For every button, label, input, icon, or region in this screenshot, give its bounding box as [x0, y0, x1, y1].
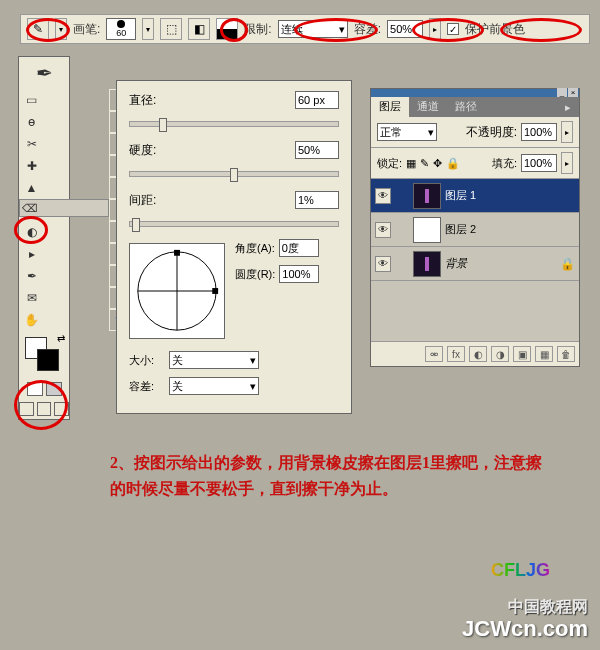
- lasso-tool-icon[interactable]: ɵ: [19, 111, 44, 133]
- trash-icon[interactable]: 🗑: [557, 346, 575, 362]
- screenmode-3-icon[interactable]: [54, 402, 69, 416]
- protect-fg-label: 保护前景色: [465, 21, 525, 38]
- hand-tool-icon[interactable]: ✋: [19, 309, 44, 331]
- screenmode-2-icon[interactable]: [37, 402, 52, 416]
- opacity-arrow[interactable]: ▸: [561, 121, 573, 143]
- brush-label: 画笔:: [73, 21, 100, 38]
- fx-icon[interactable]: fx: [447, 346, 465, 362]
- tolerance-label: 容差:: [354, 21, 381, 38]
- quickmask-mode-icon[interactable]: [46, 382, 62, 396]
- watermark-url: JCWcn.com: [462, 616, 588, 642]
- tool-preset-icon[interactable]: ✎: [27, 18, 49, 40]
- hardness-input[interactable]: [295, 141, 339, 159]
- opacity-input[interactable]: [521, 123, 557, 141]
- tab-channels[interactable]: 通道: [409, 96, 447, 117]
- layer-row[interactable]: 👁 背景 🔒: [371, 247, 579, 281]
- hardness-label: 硬度:: [129, 142, 165, 159]
- folder-icon[interactable]: ▣: [513, 346, 531, 362]
- brush-dropdown[interactable]: ▾: [142, 18, 154, 40]
- fill-arrow[interactable]: ▸: [561, 152, 573, 174]
- layer-thumbnail[interactable]: [413, 183, 441, 209]
- tab-paths[interactable]: 路径: [447, 96, 485, 117]
- tol-control-select[interactable]: 关▾: [169, 377, 259, 395]
- crop-tool-icon[interactable]: ✂: [19, 133, 44, 155]
- layer-row[interactable]: 👁 图层 2: [371, 213, 579, 247]
- lock-icon: 🔒: [560, 257, 575, 271]
- lock-transparent-icon[interactable]: ▦: [406, 157, 416, 170]
- healing-tool-icon[interactable]: ✚: [19, 155, 44, 177]
- minimize-icon[interactable]: _: [557, 88, 567, 97]
- bg-eraser-tool-icon[interactable]: ⌫: [19, 199, 109, 217]
- fill-label: 填充:: [492, 156, 517, 171]
- limit-label: 限制:: [244, 21, 271, 38]
- brush-settings-panel: 直径: 硬度: 间距: 角度(A): 圆度(R): 大小: 关▾: [116, 80, 352, 414]
- tolerance-input[interactable]: [387, 20, 423, 38]
- visibility-icon[interactable]: 👁: [375, 222, 391, 238]
- layer-name[interactable]: 图层 2: [445, 222, 476, 237]
- pen-tool-icon[interactable]: ✒: [19, 265, 44, 287]
- quickmask-row: [19, 379, 69, 399]
- close-icon[interactable]: ×: [568, 88, 578, 97]
- link-icon[interactable]: ⚮: [425, 346, 443, 362]
- spacing-input[interactable]: [295, 191, 339, 209]
- tolerance-arrow[interactable]: ▸: [429, 18, 441, 40]
- layers-panel: _× 图层 通道 路径 ▸ 正常▾ 不透明度: ▸ 锁定: ▦ ✎ ✥ 🔒 填充…: [370, 88, 580, 367]
- fill-input[interactable]: [521, 154, 557, 172]
- notes-tool-icon[interactable]: ✉: [19, 287, 44, 309]
- screenmode-1-icon[interactable]: [19, 402, 34, 416]
- angle-input[interactable]: [279, 239, 319, 257]
- sampling-continuous-icon[interactable]: ⬚: [160, 18, 182, 40]
- diameter-label: 直径:: [129, 92, 165, 109]
- lock-position-icon[interactable]: ✥: [433, 157, 442, 170]
- brush-angle-preview[interactable]: [129, 243, 225, 339]
- limit-select[interactable]: 连续▾: [278, 20, 348, 38]
- panel-menu-icon[interactable]: ▸: [557, 98, 579, 117]
- layer-thumbnail[interactable]: [413, 251, 441, 277]
- layer-name[interactable]: 背景: [445, 256, 467, 271]
- blend-mode-select[interactable]: 正常▾: [377, 123, 437, 141]
- hardness-slider[interactable]: [129, 171, 339, 177]
- lock-pixels-icon[interactable]: ✎: [420, 157, 429, 170]
- lock-label: 锁定:: [377, 156, 402, 171]
- visibility-icon[interactable]: 👁: [375, 256, 391, 272]
- diameter-input[interactable]: [295, 91, 339, 109]
- layer-row[interactable]: 👁 图层 1: [371, 179, 579, 213]
- screenmode-row: [19, 399, 69, 419]
- standard-mode-icon[interactable]: [27, 382, 43, 396]
- blur-tool-icon[interactable]: ◐: [19, 221, 44, 243]
- layer-name[interactable]: 图层 1: [445, 188, 476, 203]
- swap-colors-icon[interactable]: ⇄: [57, 333, 65, 344]
- mask-icon[interactable]: ◐: [469, 346, 487, 362]
- watermark-cn: 中国教程网: [508, 597, 588, 618]
- protect-fg-checkbox[interactable]: ✓: [447, 23, 459, 35]
- visibility-icon[interactable]: 👁: [375, 188, 391, 204]
- marquee-tool-icon[interactable]: ▭: [19, 89, 44, 111]
- layer-thumbnail[interactable]: [413, 217, 441, 243]
- panel-tabs: 图层 通道 路径 ▸: [371, 97, 579, 117]
- tol-control-label: 容差:: [129, 379, 165, 394]
- tab-layers[interactable]: 图层: [371, 96, 409, 117]
- path-tool-icon[interactable]: ▸: [19, 243, 44, 265]
- sampling-swatch-icon[interactable]: [216, 18, 238, 40]
- svg-rect-3: [212, 288, 218, 294]
- lock-all-icon[interactable]: 🔒: [446, 157, 460, 170]
- background-color[interactable]: [37, 349, 59, 371]
- diameter-slider[interactable]: [129, 121, 339, 127]
- panel-titlebar[interactable]: _×: [371, 89, 579, 97]
- sampling-once-icon[interactable]: ◧: [188, 18, 210, 40]
- adjust-icon[interactable]: ◑: [491, 346, 509, 362]
- opacity-label: 不透明度:: [466, 124, 517, 141]
- svg-rect-4: [174, 250, 180, 256]
- new-layer-icon[interactable]: ▦: [535, 346, 553, 362]
- logo-text: CFLJG: [491, 560, 550, 581]
- spacing-slider[interactable]: [129, 221, 339, 227]
- layer-list: 👁 图层 1 👁 图层 2 👁 背景 🔒: [371, 179, 579, 341]
- brush-preview[interactable]: 60: [106, 18, 136, 40]
- stamp-tool-icon[interactable]: ▲: [19, 177, 44, 199]
- tool-preset-dropdown[interactable]: ▾: [55, 18, 67, 40]
- toolbox: ✒ ▭ ✥ ɵ ✦ ✂ ▱ ✚ ✎ ▲ ↺ ⌫ ▦ ◐ ◑ ▸ T ✒ ◻ ✉ …: [18, 56, 70, 420]
- color-swatches: ⇄: [19, 331, 69, 379]
- roundness-input[interactable]: [279, 265, 319, 283]
- layers-footer: ⚮ fx ◐ ◑ ▣ ▦ 🗑: [371, 341, 579, 366]
- size-control-select[interactable]: 关▾: [169, 351, 259, 369]
